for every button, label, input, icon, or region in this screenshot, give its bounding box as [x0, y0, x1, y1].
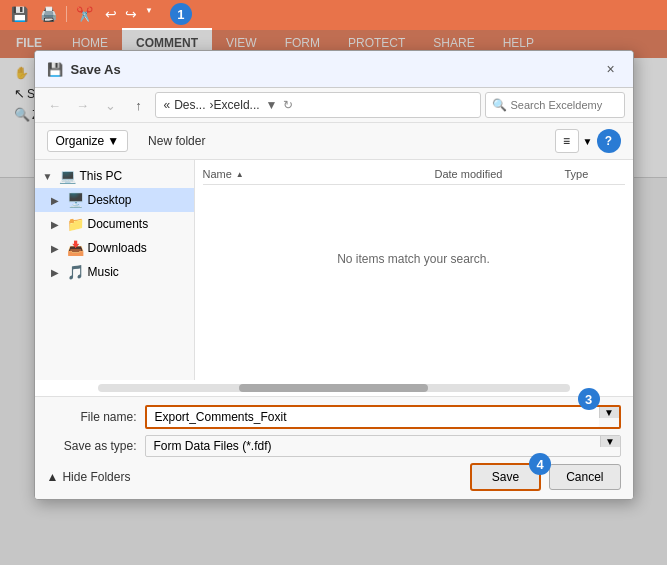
print-quick-btn[interactable]: 🖨️	[37, 4, 60, 24]
organize-arrow: ▼	[107, 134, 119, 148]
path-separator-2: Des...	[174, 98, 205, 112]
search-icon: 🔍	[492, 98, 507, 112]
savetype-dropdown[interactable]: ▼	[600, 436, 620, 447]
label-desktop: Desktop	[88, 193, 132, 207]
no-items-text: No items match your search.	[337, 252, 490, 266]
filename-input-wrapper: ▼	[145, 405, 621, 429]
dialog-toolbar: Organize ▼ New folder ≡ ▼ ?	[35, 123, 633, 160]
search-input[interactable]	[511, 99, 618, 111]
dialog-footer: File name: ▼ Save as type: Form Data Fil…	[35, 396, 633, 499]
savetype-value: Form Data Files (*.fdf)	[146, 436, 600, 456]
hide-folders-label: Hide Folders	[62, 470, 130, 484]
col-date[interactable]: Date modified	[435, 168, 565, 180]
scrollbar-thumb[interactable]	[239, 384, 428, 392]
undo-btn[interactable]: ↩	[102, 4, 120, 24]
savetype-label: Save as type:	[47, 439, 137, 453]
dialog-title-icon: 💾	[47, 62, 63, 77]
label-music: Music	[88, 265, 119, 279]
undo-redo-group: ↩ ↪ ▼	[102, 4, 156, 24]
col-name-label: Name	[203, 168, 232, 180]
chevron-music: ▶	[51, 267, 63, 278]
path-part2: Exceld...	[214, 98, 260, 112]
label-documents: Documents	[88, 217, 149, 231]
nav-forward-button[interactable]: →	[71, 93, 95, 117]
hide-chevron-icon: ▲	[47, 470, 59, 484]
step-badge-1-container: 1	[162, 3, 192, 25]
chevron-this-pc: ▼	[43, 171, 55, 182]
dialog-content: ▼ 💻 This PC ▶ 🖥️ Desktop ▶ 📁 Documents ▶…	[35, 160, 633, 380]
nav-back-button[interactable]: ←	[43, 93, 67, 117]
horizontal-scrollbar-area: 3	[35, 380, 633, 396]
redo-dropdown-btn[interactable]: ▼	[142, 4, 156, 24]
icon-music: 🎵	[67, 264, 84, 280]
dialog-nav-bar: ← → ⌄ ↑ « Des... › Exceld... ▼ ↻ 🔍	[35, 88, 633, 123]
footer-actions: ▲ Hide Folders Save 4 Cancel	[47, 463, 621, 491]
savetype-select-wrapper: Form Data Files (*.fdf) ▼	[145, 435, 621, 457]
view-dropdown-btn[interactable]: ▼	[583, 136, 593, 147]
nav-tree: ▼ 💻 This PC ▶ 🖥️ Desktop ▶ 📁 Documents ▶…	[35, 160, 195, 380]
icon-documents: 📁	[67, 216, 84, 232]
save-as-dialog: 💾 Save As × ← → ⌄ ↑ « Des... › Exceld...…	[34, 50, 634, 500]
cancel-button[interactable]: Cancel	[549, 464, 620, 490]
dialog-titlebar: 💾 Save As ×	[35, 51, 633, 88]
path-bar[interactable]: « Des... › Exceld... ▼ ↻	[155, 92, 481, 118]
organize-label: Organize	[56, 134, 105, 148]
tree-item-downloads[interactable]: ▶ 📥 Downloads	[35, 236, 194, 260]
path-separator-1: «	[164, 98, 171, 112]
scissors-btn[interactable]: ✂️	[73, 4, 96, 24]
step-badge-3: 3	[578, 388, 600, 410]
label-this-pc: This PC	[80, 169, 123, 183]
dialog-overlay: 💾 Save As × ← → ⌄ ↑ « Des... › Exceld...…	[0, 30, 667, 565]
search-bar: 🔍	[485, 92, 625, 118]
nav-up-button[interactable]: ↑	[127, 93, 151, 117]
tree-item-desktop[interactable]: ▶ 🖥️ Desktop	[35, 188, 194, 212]
icon-this-pc: 💻	[59, 168, 76, 184]
dialog-title: 💾 Save As	[47, 62, 121, 77]
file-area: Name ▲ Date modified Type No items match…	[195, 160, 633, 380]
hide-folders-button[interactable]: ▲ Hide Folders	[47, 470, 131, 484]
qa-separator	[66, 6, 67, 22]
dialog-close-button[interactable]: ×	[601, 59, 621, 79]
path-refresh[interactable]: ↻	[283, 98, 293, 112]
icon-desktop: 🖥️	[67, 192, 84, 208]
label-downloads: Downloads	[88, 241, 147, 255]
redo-btn[interactable]: ↪	[122, 4, 140, 24]
save-btn-wrapper: Save 4	[470, 463, 541, 491]
chevron-documents: ▶	[51, 219, 63, 230]
tree-item-this-pc[interactable]: ▼ 💻 This PC	[35, 164, 194, 188]
step-badge-1: 1	[170, 3, 192, 25]
filename-row: File name: ▼	[47, 405, 621, 429]
tree-item-documents[interactable]: ▶ 📁 Documents	[35, 212, 194, 236]
sort-arrow: ▲	[236, 170, 244, 179]
col-name[interactable]: Name ▲	[203, 168, 435, 180]
filename-input[interactable]	[147, 407, 599, 427]
scrollbar-track	[98, 384, 570, 392]
tree-item-music[interactable]: ▶ 🎵 Music	[35, 260, 194, 284]
view-list-btn[interactable]: ≡	[555, 129, 579, 153]
toolbar-left: Organize ▼ New folder	[47, 130, 214, 152]
filename-label: File name:	[47, 410, 137, 424]
view-controls: ≡ ▼ ?	[555, 129, 621, 153]
filename-dropdown[interactable]: ▼	[599, 407, 619, 418]
icon-downloads: 📥	[67, 240, 84, 256]
col-type[interactable]: Type	[565, 168, 625, 180]
col-type-label: Type	[565, 168, 589, 180]
path-dropdown[interactable]: ▼	[266, 98, 278, 112]
chevron-desktop: ▶	[51, 195, 63, 206]
dialog-title-text: Save As	[71, 62, 121, 77]
nav-recent-button[interactable]: ⌄	[99, 93, 123, 117]
file-header: Name ▲ Date modified Type	[203, 168, 625, 185]
save-quick-btn[interactable]: 💾	[8, 4, 31, 24]
step-badge-4: 4	[529, 453, 551, 475]
quick-access-toolbar: 💾 🖨️ ✂️ ↩ ↪ ▼ 1	[0, 0, 667, 28]
help-button[interactable]: ?	[597, 129, 621, 153]
organize-button[interactable]: Organize ▼	[47, 130, 129, 152]
new-folder-button[interactable]: New folder	[140, 131, 213, 151]
no-items-message: No items match your search.	[203, 189, 625, 329]
chevron-downloads: ▶	[51, 243, 63, 254]
col-date-label: Date modified	[435, 168, 503, 180]
